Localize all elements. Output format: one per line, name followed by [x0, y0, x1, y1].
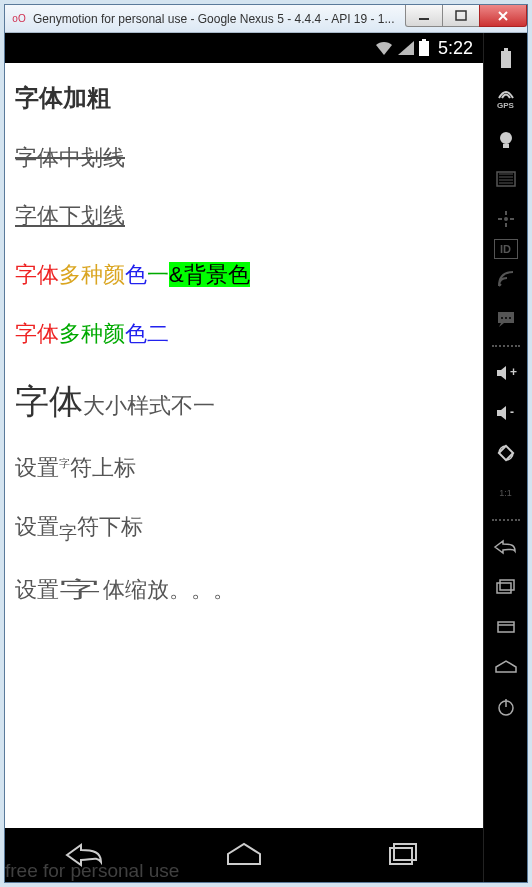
- nav-recent-button[interactable]: [363, 840, 443, 870]
- status-clock: 5:22: [438, 38, 473, 59]
- nav-home-button[interactable]: [204, 840, 284, 870]
- text-subscript: 设置字符下标: [15, 512, 473, 547]
- text-multicolor-2: 字体多种颜色二: [15, 319, 473, 350]
- svg-rect-19: [497, 583, 511, 593]
- identifier-tool-icon[interactable]: ID: [494, 239, 518, 259]
- text-underline: 字体下划线: [15, 201, 473, 232]
- text-superscript: 设置字符上标: [15, 453, 473, 484]
- app-icon: oO: [11, 11, 27, 27]
- volume-down-button[interactable]: -: [490, 393, 522, 433]
- text-multicolor-1: 字体多种颜色一&背景色: [15, 260, 473, 291]
- side-recent-button[interactable]: [490, 567, 522, 607]
- text-bold: 字体加粗: [15, 81, 473, 115]
- window-title: Genymotion for personal use - Google Nex…: [33, 12, 406, 26]
- svg-rect-21: [498, 622, 514, 632]
- camera-tool-icon[interactable]: [490, 119, 522, 159]
- svg-rect-9: [503, 144, 509, 148]
- svg-point-14: [505, 317, 507, 319]
- gps-tool-icon[interactable]: GPS: [490, 79, 522, 119]
- rotate-button[interactable]: [490, 433, 522, 473]
- svg-rect-20: [500, 580, 514, 590]
- android-status-bar: 5:22: [5, 33, 483, 63]
- app-content[interactable]: 字体加粗 字体中划线 字体下划线 字体多种颜色一&背景色 字体多种颜色二 字体大…: [5, 63, 483, 828]
- capture-tool-icon[interactable]: [490, 159, 522, 199]
- window-maximize-button[interactable]: [442, 5, 480, 27]
- svg-rect-3: [422, 39, 426, 41]
- battery-icon: [418, 39, 430, 57]
- pixel-ratio-button[interactable]: 1:1: [490, 473, 522, 513]
- genymotion-toolbar: GPS ID + -: [483, 33, 527, 882]
- android-nav-bar: [5, 828, 483, 882]
- remote-tool-icon[interactable]: [490, 199, 522, 239]
- window-minimize-button[interactable]: [405, 5, 443, 27]
- wifi-icon: [374, 39, 394, 57]
- side-home-button[interactable]: [490, 647, 522, 687]
- text-strikethrough: 字体中划线: [15, 143, 473, 174]
- signal-icon: [398, 39, 414, 57]
- side-back-button[interactable]: [490, 527, 522, 567]
- svg-point-11: [504, 217, 508, 221]
- battery-tool-icon[interactable]: [490, 39, 522, 79]
- svg-rect-1: [456, 11, 466, 20]
- svg-text:+: +: [510, 365, 517, 379]
- sms-tool-icon[interactable]: [490, 299, 522, 339]
- text-mixed-size: 字体大小样式不一: [15, 378, 473, 426]
- svg-rect-2: [419, 41, 429, 56]
- volume-up-button[interactable]: +: [490, 353, 522, 393]
- svg-point-15: [509, 317, 511, 319]
- window-titlebar: oO Genymotion for personal use - Google …: [5, 5, 527, 33]
- text-scale: 设置字体缩放。。。: [15, 575, 473, 606]
- svg-text:-: -: [510, 405, 514, 419]
- svg-rect-7: [504, 48, 508, 51]
- toolbar-separator-2: [492, 519, 520, 521]
- nav-back-button[interactable]: [45, 840, 125, 870]
- window-close-button[interactable]: [479, 5, 527, 27]
- network-tool-icon[interactable]: [490, 259, 522, 299]
- svg-rect-0: [419, 18, 429, 20]
- svg-point-13: [501, 317, 503, 319]
- svg-point-8: [500, 132, 512, 144]
- toolbar-separator: [492, 345, 520, 347]
- side-menu-button[interactable]: [490, 607, 522, 647]
- svg-rect-6: [501, 51, 511, 68]
- power-button[interactable]: [490, 687, 522, 727]
